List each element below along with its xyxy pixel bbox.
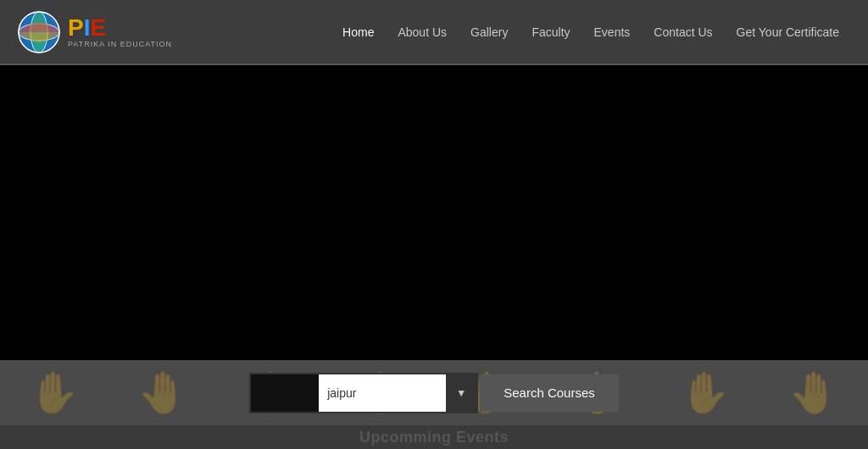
chevron-down-icon: ▼	[456, 387, 466, 399]
upcoming-events-label: Upcomming Events	[359, 429, 509, 446]
nav-about-us[interactable]: About Us	[386, 25, 459, 39]
handprint-icon: ✋	[680, 369, 731, 417]
logo-e: E	[90, 14, 106, 41]
upcoming-events-section: Upcomming Events	[0, 425, 868, 449]
search-courses-button[interactable]: Search Courses	[480, 374, 619, 412]
search-bar: ▼ Search Courses	[249, 373, 619, 413]
logo-pie-letters: PIE	[68, 16, 172, 40]
logo-tagline: PATRIKA IN EDUCATION	[68, 40, 172, 48]
search-section: ✋ 🤚 ✋ 🤚 ✋ 🤚 ✋ 🤚 ▼ Search Courses	[0, 360, 868, 425]
nav-faculty[interactable]: Faculty	[520, 25, 581, 39]
header: PIE PATRIKA IN EDUCATION Home About Us G…	[0, 0, 868, 65]
search-dropdown-button[interactable]: ▼	[446, 374, 476, 412]
handprint-icon: 🤚	[788, 369, 839, 417]
logo-text: PIE PATRIKA IN EDUCATION	[68, 16, 172, 48]
handprint-icon: ✋	[29, 369, 80, 417]
search-input[interactable]	[319, 374, 446, 412]
logo-p: P	[68, 14, 84, 41]
globe-icon	[17, 10, 61, 54]
handprint-icon: 🤚	[137, 369, 188, 417]
logo-area: PIE PATRIKA IN EDUCATION	[17, 10, 172, 54]
search-category-box[interactable]	[251, 374, 319, 412]
search-select-wrapper: ▼	[249, 373, 478, 413]
hero-banner	[0, 65, 868, 360]
nav-home[interactable]: Home	[331, 25, 386, 39]
main-nav: Home About Us Gallery Faculty Events Con…	[331, 25, 851, 39]
nav-gallery[interactable]: Gallery	[459, 25, 520, 39]
nav-contact-us[interactable]: Contact Us	[642, 25, 724, 39]
nav-events[interactable]: Events	[582, 25, 643, 39]
nav-certificate[interactable]: Get Your Certificate	[725, 25, 851, 39]
